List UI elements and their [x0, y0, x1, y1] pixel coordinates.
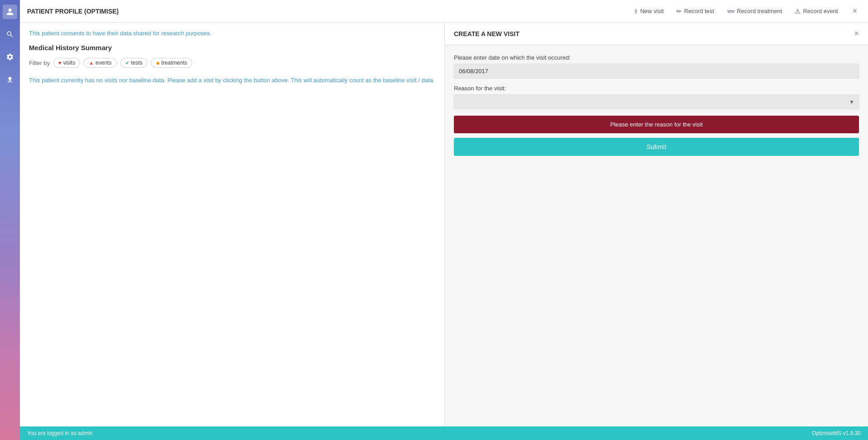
sidebar: [0, 0, 20, 440]
new-visit-label: New visit: [640, 8, 664, 14]
treatment-icon: ◆: [156, 60, 160, 66]
submit-button[interactable]: Submit: [454, 138, 859, 156]
filter-visits-badge[interactable]: ♥ visits: [53, 58, 80, 68]
filter-visits-label: visits: [63, 60, 75, 66]
filter-label: Filter by: [29, 60, 50, 66]
reason-select[interactable]: [454, 94, 859, 109]
warning-icon: ⚠: [795, 8, 801, 15]
filter-events-badge[interactable]: ▲ events: [84, 58, 116, 68]
top-bar-close-button[interactable]: ×: [849, 5, 861, 18]
create-visit-title: CREATE A NEW VISIT: [454, 30, 519, 37]
patient-panel: This patient consents to have their data…: [20, 23, 445, 426]
consent-text: This patient consents to have their data…: [29, 30, 435, 37]
pencil-icon: ✏: [676, 8, 682, 15]
sidebar-user-icon[interactable]: [3, 5, 17, 19]
record-event-label: Record event: [803, 8, 838, 14]
reason-label: Reason for the visit:: [454, 85, 859, 92]
no-data-message: This patient currently has no visits nor…: [29, 76, 435, 85]
filter-treatments-label: treatments: [161, 60, 187, 66]
glasses-icon: 👓: [727, 8, 735, 15]
record-test-label: Record test: [684, 8, 714, 14]
reason-select-wrapper: ▼: [454, 94, 859, 109]
top-bar-actions: ⚕ New visit ✏ Record test 👓 Record treat…: [629, 5, 861, 18]
sidebar-upload-icon[interactable]: [3, 72, 17, 87]
filter-row: Filter by ♥ visits ▲ events ✔ tests ◆: [29, 58, 435, 68]
date-input[interactable]: [454, 64, 859, 79]
date-form-group: Please enter date on which the visit occ…: [454, 54, 859, 79]
footer: You are logged in as admin OptimiseMS v1…: [20, 426, 868, 440]
filter-tests-badge[interactable]: ✔ tests: [120, 58, 147, 68]
page-title: PATIENT PROFILE (OPTIMISE): [27, 8, 118, 15]
filter-treatments-badge[interactable]: ◆ treatments: [151, 58, 192, 68]
panel-header: CREATE A NEW VISIT ×: [445, 23, 868, 45]
filter-tests-label: tests: [131, 60, 142, 66]
medical-history-title: Medical History Summary: [29, 44, 435, 51]
record-treatment-button[interactable]: 👓 Record treatment: [722, 5, 788, 18]
record-test-button[interactable]: ✏ Record test: [671, 5, 719, 18]
heart-icon: ♥: [58, 60, 61, 66]
sidebar-search-icon[interactable]: [3, 27, 17, 42]
test-icon: ✔: [125, 60, 129, 66]
sidebar-settings-icon[interactable]: [3, 50, 17, 64]
record-treatment-label: Record treatment: [737, 8, 782, 14]
reason-form-group: Reason for the visit: ▼: [454, 85, 859, 109]
create-visit-close-button[interactable]: ×: [854, 29, 859, 38]
date-label: Please enter date on which the visit occ…: [454, 54, 859, 61]
error-message-bar: Please enter the reason for the visit: [454, 116, 859, 133]
record-event-button[interactable]: ⚠ Record event: [789, 5, 843, 18]
top-bar: PATIENT PROFILE (OPTIMISE) ⚕ New visit ✏…: [20, 0, 868, 23]
filter-events-label: events: [95, 60, 111, 66]
event-triangle-icon: ▲: [89, 60, 94, 66]
new-visit-button[interactable]: ⚕ New visit: [629, 5, 669, 18]
logged-in-text: You are logged in as admin: [27, 430, 93, 436]
stethoscope-icon: ⚕: [634, 8, 638, 15]
version-text: OptimiseMS v1.9.30: [812, 430, 861, 436]
create-visit-panel: CREATE A NEW VISIT × Please enter date o…: [445, 23, 868, 426]
